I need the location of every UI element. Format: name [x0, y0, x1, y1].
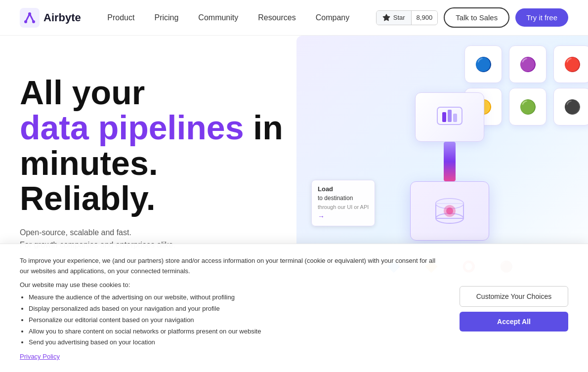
svg-point-1 [28, 12, 31, 15]
svg-point-3 [32, 20, 35, 23]
nav-pricing[interactable]: Pricing [146, 9, 186, 26]
nav-community[interactable]: Community [190, 9, 246, 26]
github-star-label: Star [377, 11, 412, 25]
svg-rect-6 [448, 110, 452, 122]
connector-grid: 🔵 🟣 🔴 🟡 🟢 ⚫ [464, 45, 588, 125]
cookie-text: To improve your experience, we (and our … [20, 256, 440, 362]
cookie-sub: Our website may use these cookies to: [20, 280, 440, 290]
pipe-destination [410, 181, 489, 241]
talk-to-sales-button[interactable]: Talk to Sales [444, 7, 509, 28]
cookie-banner: To improve your experience, we (and our … [0, 244, 588, 372]
cookie-list: Measure the audience of the advertising … [20, 292, 440, 348]
cookie-item-4: Allow you to share content on social net… [29, 327, 440, 337]
github-count: 8,900 [412, 11, 438, 24]
try-free-button[interactable]: Try it free [515, 8, 568, 27]
cookie-item-1: Measure the audience of the advertising … [29, 292, 440, 303]
cookie-actions: Customize Your Choices Accept All [460, 286, 568, 331]
svg-point-2 [24, 20, 27, 23]
cookie-intro: To improve your experience, we (and our … [20, 256, 440, 277]
github-star-button[interactable]: Star 8,900 [376, 10, 438, 25]
load-label: Load to destination through our UI or AP… [311, 180, 375, 227]
svg-point-11 [436, 199, 463, 208]
svg-rect-4 [437, 107, 462, 124]
logo-text: Airbyte [43, 11, 81, 24]
cookie-item-5: Send you advertising based on your locat… [29, 337, 440, 348]
hero-title: All your data pipelines in minutes. Reli… [20, 75, 296, 216]
logo[interactable]: Airbyte [20, 8, 81, 28]
svg-rect-5 [442, 112, 446, 122]
svg-rect-0 [20, 8, 40, 28]
privacy-policy-link[interactable]: Privacy Policy [20, 353, 60, 360]
svg-point-12 [444, 205, 456, 217]
pipeline-center [410, 92, 489, 241]
customize-choices-button[interactable]: Customize Your Choices [460, 286, 568, 307]
cookie-item-3: Personalize our editorial content based … [29, 315, 440, 326]
nav-resources[interactable]: Resources [250, 9, 303, 26]
nav-links: Product Pricing Community Resources Comp… [99, 9, 357, 26]
nav-product[interactable]: Product [99, 9, 142, 26]
hero-left: All your data pipelines in minutes. Reli… [20, 65, 296, 251]
nav-company[interactable]: Company [308, 9, 357, 26]
svg-point-13 [446, 207, 453, 214]
svg-point-8 [436, 199, 463, 208]
pipe-beam [444, 142, 456, 181]
svg-rect-9 [436, 204, 463, 218]
nav-actions: Star 8,900 Talk to Sales Try it free [376, 7, 568, 28]
svg-point-10 [436, 213, 463, 223]
navbar: Airbyte Product Pricing Community Resour… [0, 0, 588, 36]
svg-rect-7 [453, 114, 457, 122]
accept-all-button[interactable]: Accept All [460, 312, 568, 331]
cookie-item-2: Display personalized ads based on your n… [29, 304, 440, 314]
pipe-source [415, 92, 484, 142]
